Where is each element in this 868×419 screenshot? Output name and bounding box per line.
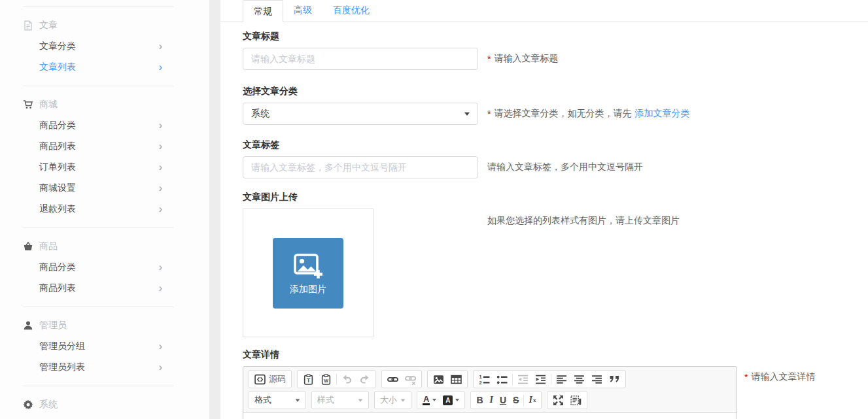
sidebar-item-article-list[interactable]: 文章列表 ›	[0, 57, 209, 78]
sidebar-item-label: 订单列表	[39, 161, 159, 173]
chevron-right-icon: ›	[159, 283, 162, 293]
field-article-tags: 文章标签 请输入文章标签，多个用中文逗号隔开	[243, 139, 868, 178]
sidebar-item-order-list[interactable]: 订单列表 ›	[0, 157, 209, 178]
rich-text-editor: 源码 T W	[243, 366, 737, 419]
blockquote-icon	[609, 374, 620, 385]
strikethrough-button[interactable]: S	[510, 392, 522, 408]
redo-button[interactable]	[356, 371, 373, 387]
source-label: 源码	[269, 373, 286, 385]
align-center-button[interactable]	[570, 371, 588, 387]
sidebar-item-admin-list[interactable]: 管理员列表 ›	[0, 357, 209, 378]
background-color-button[interactable]: A	[440, 392, 462, 408]
align-right-button[interactable]	[588, 371, 606, 387]
insert-image-button[interactable]	[430, 371, 447, 387]
toolbar-separator	[551, 374, 551, 385]
sidebar-group-label: 管理员	[39, 320, 67, 331]
editor-content-area[interactable]	[243, 412, 737, 419]
article-title-input[interactable]	[243, 48, 478, 70]
align-left-button[interactable]	[553, 371, 570, 387]
outdent-button[interactable]	[514, 371, 532, 387]
show-blocks-button[interactable]	[567, 392, 585, 408]
source-button[interactable]: 源码	[251, 371, 289, 387]
chevron-right-icon: ›	[159, 41, 162, 52]
paste-text-icon: T	[303, 374, 314, 385]
align-left-icon	[556, 374, 567, 385]
format-select[interactable]: 格式	[249, 391, 306, 409]
chevron-right-icon: ›	[159, 183, 162, 193]
undo-icon	[341, 374, 353, 385]
sidebar-item-basic-info[interactable]: 基本信息 ›	[0, 415, 209, 419]
bulleted-list-icon	[496, 374, 508, 385]
sidebar-group-mall[interactable]: 商城	[0, 94, 209, 115]
sidebar-group-admin[interactable]: 管理员	[0, 315, 209, 336]
tab-general[interactable]: 常规	[243, 0, 283, 22]
field-article-detail: 文章详情 源码	[243, 349, 868, 419]
sidebar-item-admin-group[interactable]: 管理员分组 ›	[0, 336, 209, 357]
sidebar-item-article-category[interactable]: 文章分类 ›	[0, 36, 209, 57]
indent-button[interactable]	[532, 371, 549, 387]
remove-format-icon: I	[529, 395, 532, 405]
undo-button[interactable]	[338, 371, 356, 387]
sidebar-item-label: 文章分类	[39, 41, 159, 52]
indent-icon	[535, 374, 546, 385]
align-right-icon	[591, 374, 602, 385]
paste-word-button[interactable]: W	[317, 371, 335, 387]
italic-button[interactable]: I	[487, 392, 496, 408]
tab-baidu-seo[interactable]: 百度优化	[322, 0, 380, 22]
sidebar-item-mall-goods-category[interactable]: 商品分类 ›	[0, 115, 209, 136]
sidebar-group-goods[interactable]: 商品	[0, 236, 209, 257]
sidebar-item-refund-list[interactable]: 退款列表 ›	[0, 199, 209, 220]
field-hint: * 请输入文章标题	[487, 53, 558, 65]
numbered-list-button[interactable]: 12	[476, 371, 493, 387]
hint-text: 如果您选择的列表样式有图片，请上传文章图片	[487, 215, 680, 227]
image-upload-dropzone: 添加图片	[243, 209, 373, 337]
sidebar-item-mall-goods-list[interactable]: 商品列表 ›	[0, 136, 209, 157]
article-category-select[interactable]: 系统	[243, 103, 478, 125]
unlink-button[interactable]	[402, 371, 419, 387]
blockquote-button[interactable]	[606, 371, 623, 387]
sidebar-item-goods-category[interactable]: 商品分类 ›	[0, 257, 209, 278]
hint-text: 请输入文章详情	[751, 371, 815, 383]
maximize-button[interactable]	[549, 392, 567, 408]
remove-format-button[interactable]: Ix	[525, 392, 539, 408]
add-image-icon	[291, 250, 325, 280]
sidebar-group-system[interactable]: 系统	[0, 394, 209, 415]
svg-text:2: 2	[479, 379, 482, 384]
field-label: 文章图片上传	[243, 192, 868, 203]
bold-button[interactable]: B	[473, 392, 486, 408]
link-button[interactable]	[384, 371, 402, 387]
sidebar-item-goods-list[interactable]: 商品列表 ›	[0, 278, 209, 299]
toolbar-separator	[512, 374, 513, 385]
article-tags-input[interactable]	[243, 156, 478, 178]
link-icon	[387, 374, 398, 385]
sidebar-item-mall-settings[interactable]: 商城设置 ›	[0, 178, 209, 199]
sidebar-group-label: 系统	[39, 399, 58, 411]
chevron-right-icon: ›	[159, 362, 162, 373]
paste-text-button[interactable]: T	[300, 371, 317, 387]
tab-advanced[interactable]: 高级	[283, 0, 322, 22]
add-image-button[interactable]: 添加图片	[273, 238, 343, 309]
sidebar-group-label: 商品	[39, 241, 58, 252]
text-color-button[interactable]: A	[419, 392, 440, 408]
sidebar-group-article[interactable]: 文章	[0, 15, 209, 36]
add-article-category-link[interactable]: 添加文章分类	[634, 108, 689, 120]
hint-text: 请输入文章标签，多个用中文逗号隔开	[487, 161, 643, 173]
sidebar-item-label: 管理员分组	[39, 341, 159, 352]
underline-button[interactable]: U	[496, 392, 510, 408]
sidebar: 文章 文章分类 › 文章列表 › 商城 商品分类 › 商品列表 › 订单列表 ›…	[0, 0, 209, 419]
article-icon	[23, 20, 33, 31]
field-label: 文章详情	[243, 349, 868, 361]
field-article-title: 文章标题 * 请输入文章标题	[243, 31, 868, 70]
add-image-label: 添加图片	[290, 284, 326, 295]
field-article-image: 文章图片上传 添加图片 如果您选择的列表样式有图片，请上传文章图片	[243, 192, 868, 337]
field-label: 文章标题	[243, 31, 868, 42]
divider	[23, 307, 173, 307]
styles-select[interactable]: 样式	[311, 391, 369, 409]
sidebar-content-gutter	[209, 0, 220, 419]
bulleted-list-button[interactable]	[493, 371, 511, 387]
sidebar-group-label: 商城	[39, 99, 58, 110]
insert-table-button[interactable]	[447, 371, 465, 387]
image-icon	[433, 374, 444, 385]
divider	[23, 386, 173, 386]
size-select[interactable]: 大小	[374, 391, 411, 409]
